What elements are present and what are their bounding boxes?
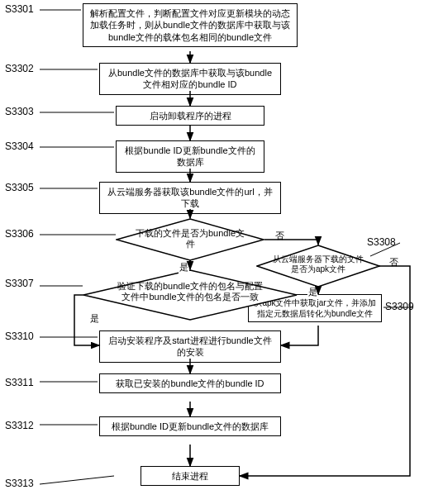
edge-yes-s3308: 是 [307, 286, 318, 298]
step-label-s3306: S3306 [5, 228, 34, 240]
decision-s3306: 下载的文件是否为bundle文件 [116, 218, 264, 261]
step-label-s3301: S3301 [5, 3, 34, 15]
node-s3301: 解析配置文件，判断配置文件对应更新模块的动态加载任务时，则从bundle文件的数… [83, 3, 298, 47]
decision-s3306-text: 下载的文件是否为bundle文件 [132, 228, 248, 250]
flowchart-stage: S3301 S3302 S3303 S3304 S3305 S3306 S330… [0, 0, 424, 504]
decision-s3308-text: 从云端服务器下载的文件是否为apk文件 [271, 254, 365, 274]
step-label-s3302: S3302 [5, 63, 34, 74]
node-s3305: 从云端服务器获取该bundle文件的url，并下载 [99, 182, 281, 214]
step-label-s3304: S3304 [5, 140, 34, 152]
node-s3313: 结束进程 [141, 466, 240, 486]
decision-s3307-text: 验证下载的bundle文件的包名与配置文件中bundle文件的包名是否一致 [116, 281, 264, 302]
node-s3304: 根据bundle ID更新bundle文件的数据库 [116, 140, 264, 173]
node-s3310: 启动安装程序及start进程进行bundle文件的安装 [99, 330, 281, 363]
step-label-s3312: S3312 [5, 420, 34, 431]
node-s3311: 获取已安装的bundle文件的bundle ID [99, 373, 281, 393]
step-label-s3311: S3311 [5, 377, 34, 388]
svg-line-13 [40, 476, 114, 484]
edge-yes-s3306: 是 [179, 261, 189, 273]
step-label-s3303: S3303 [5, 106, 34, 117]
node-s3303: 启动卸载程序的进程 [116, 106, 264, 126]
decision-s3308: 从云端服务器下载的文件是否为apk文件 [256, 245, 380, 288]
step-label-s3310: S3310 [5, 330, 34, 342]
step-label-s3309: S3309 [385, 301, 414, 312]
node-s3302: 从bundle文件的数据库中获取与该bundle文件相对应的bundle ID [99, 63, 281, 95]
edge-no-s3308: 否 [388, 256, 399, 269]
step-label-s3307: S3307 [5, 278, 34, 289]
edge-yes-s3307: 是 [89, 312, 100, 325]
step-label-s3313: S3313 [5, 478, 34, 489]
step-label-s3305: S3305 [5, 182, 34, 193]
edge-no-s3306: 否 [274, 230, 285, 242]
node-s3312: 根据bundle ID更新bundle文件的数据库 [99, 416, 281, 436]
